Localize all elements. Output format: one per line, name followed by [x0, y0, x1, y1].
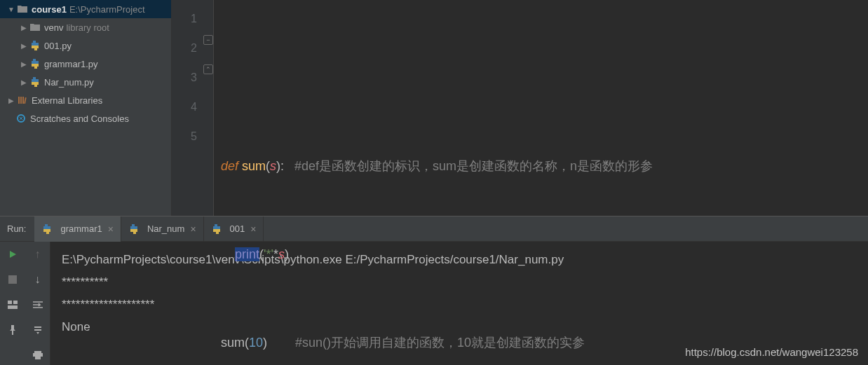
- soft-wrap-button[interactable]: [29, 296, 46, 313]
- chevron-down-icon: ▼: [7, 6, 15, 13]
- run-tab-grammar1[interactable]: grammar1 ×: [34, 216, 121, 242]
- tab-label: Nar_num: [147, 223, 184, 234]
- rerun-button[interactable]: [4, 246, 21, 263]
- chevron-right-icon: ▶: [7, 97, 15, 104]
- line-number: 1: [172, 4, 197, 34]
- file-label: grammar1.py: [44, 59, 98, 69]
- python-file-icon: [41, 223, 53, 235]
- print-button[interactable]: [29, 347, 46, 364]
- file-label: 001.py: [44, 41, 72, 51]
- scratches-label: Scratches and Consoles: [30, 113, 129, 124]
- project-root[interactable]: ▼ course1 E:\PycharmProject: [0, 0, 171, 18]
- file-item[interactable]: ▶ 001.py: [0, 36, 171, 55]
- svg-rect-6: [8, 301, 12, 304]
- close-icon[interactable]: ×: [108, 223, 114, 235]
- keyword: def: [221, 159, 242, 173]
- file-item[interactable]: ▶ Nar_num.py: [0, 73, 171, 91]
- python-file-icon: [29, 76, 41, 88]
- code-editor[interactable]: 1 2 3 4 5 − ⌃ def sum(s): #def是函数创建的标识，s…: [172, 0, 868, 216]
- project-path: E:\PycharmProject: [69, 4, 145, 15]
- func-call: sum: [221, 336, 245, 350]
- run-toolbar-right: ↑ ↓: [25, 242, 50, 365]
- project-tree[interactable]: ▼ course1 E:\PycharmProject ▶ venv libra…: [0, 0, 172, 216]
- svg-rect-11: [35, 357, 41, 359]
- file-label: Nar_num.py: [44, 77, 94, 88]
- line-number: 2: [172, 34, 197, 63]
- file-item[interactable]: ▶ grammar1.py: [0, 55, 171, 73]
- run-label: Run:: [0, 223, 34, 234]
- pin-button[interactable]: [4, 322, 21, 338]
- stop-button[interactable]: [4, 271, 21, 288]
- folder-icon: [17, 4, 28, 15]
- variable: s: [278, 247, 285, 261]
- comment: #def是函数创建的标识，sum是创建函数的名称，n是函数的形参: [284, 159, 653, 173]
- chevron-right-icon: ▶: [20, 42, 28, 50]
- chevron-right-icon: ▶: [20, 78, 28, 86]
- svg-rect-8: [8, 305, 18, 309]
- svg-rect-2: [22, 97, 24, 104]
- external-libs-label: External Libraries: [32, 95, 102, 106]
- svg-rect-0: [18, 97, 20, 104]
- venv-label: venv: [44, 22, 63, 33]
- scroll-end-button[interactable]: [29, 322, 46, 338]
- string: '*': [264, 247, 273, 261]
- library-icon: [17, 95, 28, 106]
- svg-rect-5: [8, 275, 17, 284]
- up-arrow-icon[interactable]: ↑: [29, 246, 46, 263]
- chevron-right-icon: ▶: [20, 60, 28, 68]
- svg-rect-3: [24, 97, 27, 104]
- svg-rect-1: [20, 97, 22, 104]
- run-toolbar-left: [0, 242, 25, 365]
- fold-gutter[interactable]: − ⌃: [203, 0, 214, 216]
- close-icon[interactable]: ×: [190, 223, 196, 235]
- line-number: 4: [172, 92, 197, 122]
- fold-end-icon[interactable]: ⌃: [203, 64, 213, 74]
- run-tab-narnum[interactable]: Nar_num ×: [121, 216, 204, 242]
- down-arrow-icon[interactable]: ↓: [29, 271, 46, 288]
- line-gutter: 1 2 3 4 5: [172, 0, 203, 216]
- watermark: https://blog.csdn.net/wangwei123258: [685, 346, 858, 358]
- func-name: sum: [242, 159, 266, 173]
- number: 10: [249, 336, 263, 350]
- svg-rect-9: [34, 351, 41, 353]
- code-body[interactable]: def sum(s): #def是函数创建的标识，sum是创建函数的名称，n是函…: [214, 0, 868, 216]
- folder-icon: [29, 22, 41, 33]
- project-name: course1: [32, 4, 67, 15]
- scratches-consoles[interactable]: Scratches and Consoles: [0, 109, 171, 128]
- python-file-icon: [29, 40, 41, 51]
- venv-hint: library root: [66, 22, 109, 33]
- line-number: 3: [172, 63, 197, 92]
- parameter: s: [270, 159, 276, 173]
- fold-start-icon[interactable]: −: [203, 35, 213, 45]
- python-file-icon: [128, 223, 140, 235]
- venv-folder[interactable]: ▶ venv library root: [0, 18, 171, 36]
- tab-label: grammar1: [60, 223, 102, 234]
- scratches-icon: [15, 113, 27, 124]
- chevron-right-icon: ▶: [20, 24, 28, 32]
- external-libraries[interactable]: ▶ External Libraries: [0, 91, 171, 109]
- python-file-icon: [29, 58, 41, 69]
- layout-button[interactable]: [4, 296, 21, 313]
- svg-rect-10: [33, 353, 43, 357]
- svg-rect-7: [13, 301, 18, 304]
- builtin: print: [235, 247, 259, 261]
- comment: #sun()开始调用自建的函数，10就是创建函数的实参: [267, 336, 585, 350]
- line-number: 5: [172, 122, 197, 151]
